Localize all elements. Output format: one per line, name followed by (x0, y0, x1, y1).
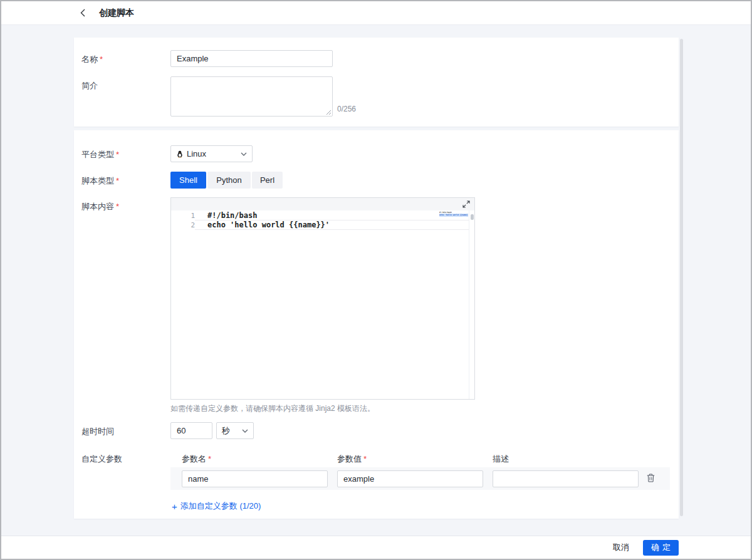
linux-tux-icon (176, 150, 184, 158)
timeout-input[interactable] (170, 422, 212, 439)
timeout-unit-select[interactable]: 秒 (216, 422, 254, 439)
code-editor[interactable]: 1 #!/bin/bash 2 echo 'hello world {{name… (170, 197, 475, 400)
platform-value: Linux (187, 149, 206, 158)
param-value-input[interactable] (337, 470, 483, 487)
intro-textarea-wrap (170, 76, 333, 117)
page-scrollbar-thumb[interactable] (680, 39, 683, 516)
trash-icon (647, 474, 655, 482)
param-desc-input[interactable] (493, 470, 639, 487)
timeout-label: 超时时间 (81, 426, 114, 437)
jinja2-hint-text: 如需传递自定义参数，请确保脚本内容遵循 Jinja2 模板语法。 (170, 403, 375, 414)
required-mark: * (116, 150, 119, 159)
line-number: 2 (171, 220, 195, 230)
custom-params-label: 自定义参数 (81, 454, 122, 465)
create-script-page: 创建脚本 名称* 简介 0/256 平台类型* Linux (0, 0, 752, 560)
required-mark: * (100, 54, 103, 64)
page-header: 创建脚本 (1, 1, 751, 25)
platform-select[interactable]: Linux (170, 145, 253, 162)
name-input[interactable] (170, 50, 333, 67)
param-row (170, 467, 670, 490)
add-param-label: 添加自定义参数 (1/20) (180, 500, 261, 512)
required-mark: * (116, 176, 119, 185)
code-line: 2 echo 'hello world {{name}}' (171, 220, 474, 230)
platform-label: 平台类型* (81, 149, 119, 160)
script-type-option-shell[interactable]: Shell (170, 172, 206, 189)
fullscreen-expand-icon[interactable] (462, 200, 470, 208)
minimap-highlighted-line: echo 'hello world {{name}}' (439, 214, 468, 217)
page-footer: 取消 确定 (1, 536, 751, 559)
plus-icon: + (172, 501, 177, 512)
script-config-card: 平台类型* Linux 脚本类型* Shell Python Perl 脚本内容… (74, 130, 679, 519)
script-type-option-python[interactable]: Python (207, 172, 251, 189)
param-name-input[interactable] (182, 470, 328, 487)
confirm-button[interactable]: 确定 (643, 540, 679, 556)
name-label: 名称* (81, 54, 103, 65)
param-name-column-header: 参数名* (182, 454, 211, 465)
editor-scrollbar-thumb[interactable] (471, 214, 474, 220)
editor-toolbar (171, 198, 474, 210)
code-text: echo 'hello world {{name}}' (195, 220, 469, 230)
editor-scrollbar-track (469, 210, 469, 399)
editor-minimap: #!/bin/bash echo 'hello world {{name}}' (439, 211, 468, 217)
param-desc-column-header: 描述 (493, 454, 509, 465)
delete-param-button[interactable] (647, 474, 655, 482)
basic-info-card: 名称* 简介 0/256 (74, 38, 679, 127)
script-content-label: 脚本内容* (81, 201, 119, 212)
code-line: 1 #!/bin/bash (171, 211, 474, 220)
char-counter: 0/256 (337, 105, 356, 113)
required-mark: * (208, 454, 211, 464)
script-type-option-perl[interactable]: Perl (252, 172, 283, 189)
back-chevron-icon (80, 9, 85, 17)
chevron-down-icon (241, 152, 247, 156)
code-text: #!/bin/bash (195, 211, 469, 220)
required-mark: * (363, 454, 367, 464)
page-title: 创建脚本 (99, 8, 134, 19)
intro-label: 简介 (81, 80, 98, 91)
script-type-label: 脚本类型* (81, 175, 119, 187)
intro-textarea[interactable] (170, 76, 333, 117)
cancel-button[interactable]: 取消 (613, 542, 629, 553)
back-button[interactable] (80, 9, 85, 17)
code-lines: 1 #!/bin/bash 2 echo 'hello world {{name… (171, 211, 474, 230)
param-value-column-header: 参数值* (337, 454, 367, 465)
chevron-down-icon (242, 429, 248, 433)
required-mark: * (116, 202, 119, 211)
timeout-unit-value: 秒 (222, 425, 230, 437)
add-param-link[interactable]: + 添加自定义参数 (1/20) (172, 500, 261, 512)
line-number: 1 (171, 211, 195, 220)
